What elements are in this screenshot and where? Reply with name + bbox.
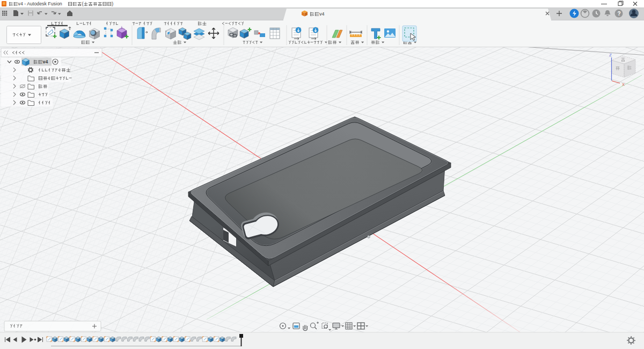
svg-text:v4 - Autodesk Fusion: v4 - Autodesk Fusion [18, 1, 62, 6]
svg-text:(: ( [82, 1, 84, 6]
svg-text:Z: Z [609, 53, 612, 57]
svg-text:v4: v4 [43, 59, 48, 64]
svg-text:): ) [112, 1, 113, 6]
svg-text:X: X [622, 82, 625, 87]
svg-text:?: ? [617, 11, 620, 17]
svg-text:v4: v4 [319, 11, 325, 17]
